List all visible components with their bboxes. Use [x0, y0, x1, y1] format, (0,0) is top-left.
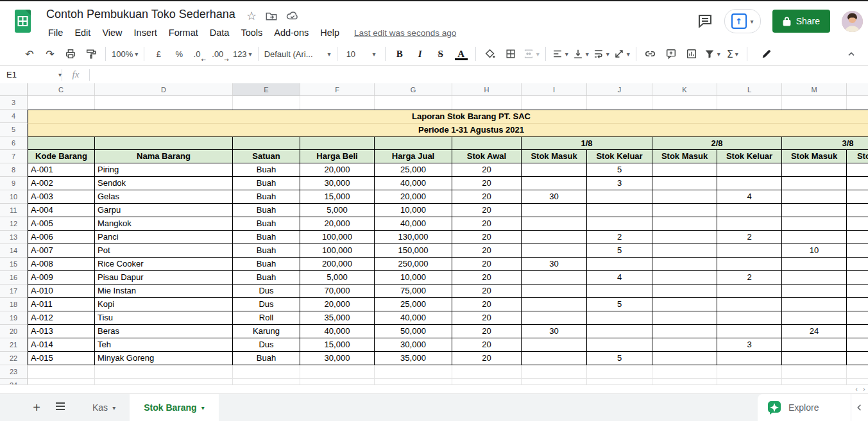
- row-header-19[interactable]: 19: [0, 311, 27, 325]
- name-box[interactable]: E1 ▾: [0, 70, 62, 79]
- cell-J10[interactable]: [587, 190, 652, 204]
- column-header-N[interactable]: N: [847, 83, 868, 96]
- cell-I13[interactable]: [522, 231, 587, 244]
- cell-C19[interactable]: A-012: [28, 311, 95, 325]
- cell-I21[interactable]: [522, 338, 587, 352]
- cell-I12[interactable]: [522, 217, 587, 231]
- functions-button[interactable]: Σ▾: [722, 45, 743, 63]
- cell-M8[interactable]: [782, 163, 847, 177]
- cell-D9[interactable]: Sendok: [95, 177, 233, 190]
- cell-E17[interactable]: Dus: [233, 285, 300, 298]
- menu-edit[interactable]: Edit: [69, 28, 96, 38]
- cell-I22[interactable]: [522, 352, 587, 365]
- text-color-button[interactable]: A: [451, 45, 472, 63]
- cell-K24[interactable]: [652, 379, 717, 384]
- cell-J11[interactable]: [587, 204, 652, 217]
- cell-F22[interactable]: 30,000: [300, 352, 375, 365]
- cell-F19[interactable]: 35,000: [300, 311, 375, 325]
- cell-M19[interactable]: [782, 311, 847, 325]
- bold-button[interactable]: B: [389, 45, 410, 63]
- cell-J14[interactable]: 5: [587, 244, 652, 258]
- sheets-logo-icon[interactable]: [14, 9, 31, 33]
- cell-G19[interactable]: 40,000: [375, 311, 452, 325]
- row-header-5[interactable]: 5: [0, 123, 27, 136]
- cell-E11[interactable]: Buah: [233, 204, 300, 217]
- column-header-I[interactable]: I: [522, 83, 587, 96]
- menu-view[interactable]: View: [96, 28, 128, 38]
- cell-N23[interactable]: [847, 365, 868, 379]
- cell-C24[interactable]: [28, 379, 95, 384]
- cell-K16[interactable]: [652, 271, 717, 285]
- comment-history-icon[interactable]: [697, 14, 713, 28]
- cell-C22[interactable]: A-015: [28, 352, 95, 365]
- cell-H16[interactable]: 20: [452, 271, 522, 285]
- cell-M22[interactable]: [782, 352, 847, 365]
- menu-data[interactable]: Data: [204, 28, 235, 38]
- row-header-10[interactable]: 10: [0, 190, 27, 204]
- cell-K12[interactable]: [652, 217, 717, 231]
- cell-L3[interactable]: [717, 96, 782, 110]
- cell-E24[interactable]: [233, 379, 300, 384]
- cell-C23[interactable]: [28, 365, 95, 379]
- cell-F23[interactable]: [300, 365, 375, 379]
- cell-E6[interactable]: [233, 136, 300, 150]
- row-header-23[interactable]: 23: [0, 365, 27, 379]
- cell-header-N7[interactable]: Stok Keluar: [847, 150, 868, 163]
- cell-H18[interactable]: 20: [452, 298, 522, 311]
- row-header-20[interactable]: 20: [0, 325, 27, 338]
- avatar[interactable]: [842, 11, 863, 32]
- font-size-select[interactable]: 10▾: [341, 45, 381, 63]
- vertical-align-button[interactable]: ▾: [570, 45, 591, 63]
- row-header-24[interactable]: 24: [0, 379, 27, 384]
- cell-C17[interactable]: A-010: [28, 285, 95, 298]
- cell-J13[interactable]: 2: [587, 231, 652, 244]
- cell-M18[interactable]: [782, 298, 847, 311]
- cell-D14[interactable]: Pot: [95, 244, 233, 258]
- cell-J24[interactable]: [587, 379, 652, 384]
- cell-H19[interactable]: 20: [452, 311, 522, 325]
- print-button[interactable]: [60, 45, 81, 63]
- cell-header-C7[interactable]: Kode Barang: [28, 150, 95, 163]
- cell-G13[interactable]: 130,000: [375, 231, 452, 244]
- text-wrap-button[interactable]: ▾: [591, 45, 611, 63]
- document-title[interactable]: Contoh Pembukuan Toko Sederhana: [46, 8, 235, 21]
- cell-date-group-2-8[interactable]: 2/8: [652, 136, 782, 150]
- format-percent-button[interactable]: %: [169, 45, 189, 63]
- row-header-4[interactable]: 4: [0, 110, 27, 123]
- row-header-22[interactable]: 22: [0, 352, 27, 365]
- cell-I23[interactable]: [522, 365, 587, 379]
- cell-C13[interactable]: A-006: [28, 231, 95, 244]
- cell-D22[interactable]: Minyak Goreng: [95, 352, 233, 365]
- cell-L8[interactable]: [717, 163, 782, 177]
- cell-E22[interactable]: Buah: [233, 352, 300, 365]
- column-header-G[interactable]: G: [375, 83, 452, 96]
- column-header-F[interactable]: F: [300, 83, 375, 96]
- scroll-right-icon[interactable]: ›: [863, 386, 865, 393]
- cell-M12[interactable]: [782, 217, 847, 231]
- cell-C18[interactable]: A-011: [28, 298, 95, 311]
- cell-J22[interactable]: 5: [587, 352, 652, 365]
- cell-K9[interactable]: [652, 177, 717, 190]
- cell-N3[interactable]: [847, 96, 868, 110]
- more-formats-button[interactable]: 123▾: [231, 45, 254, 63]
- cell-G8[interactable]: 25,000: [375, 163, 452, 177]
- cell-C3[interactable]: [28, 96, 95, 110]
- filter-button[interactable]: ▾: [702, 45, 722, 63]
- cell-K3[interactable]: [652, 96, 717, 110]
- cell-D15[interactable]: Rice Cooker: [95, 258, 233, 271]
- cell-L13[interactable]: 2: [717, 231, 782, 244]
- cell-H24[interactable]: [452, 379, 522, 384]
- cell-H6[interactable]: [452, 136, 522, 150]
- cell-L20[interactable]: [717, 325, 782, 338]
- last-edit-link[interactable]: Last edit was seconds ago: [354, 28, 456, 38]
- cell-F10[interactable]: 15,000: [300, 190, 375, 204]
- cell-header-K7[interactable]: Stok Masuk: [652, 150, 717, 163]
- cell-header-J7[interactable]: Stok Keluar: [587, 150, 652, 163]
- cell-G6[interactable]: [375, 136, 452, 150]
- column-header-K[interactable]: K: [652, 83, 717, 96]
- cell-C8[interactable]: A-001: [28, 163, 95, 177]
- cell-D10[interactable]: Gelas: [95, 190, 233, 204]
- cell-E8[interactable]: Buah: [233, 163, 300, 177]
- cell-J19[interactable]: [587, 311, 652, 325]
- cell-N9[interactable]: [847, 177, 868, 190]
